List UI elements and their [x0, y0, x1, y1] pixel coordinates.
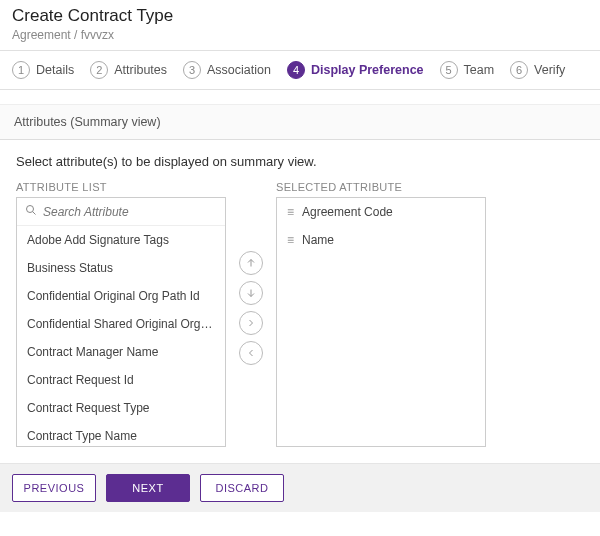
wizard-stepper: 1Details2Attributes3Association4Display …	[0, 50, 600, 90]
list-item[interactable]: Contract Manager Name	[17, 338, 225, 366]
list-item[interactable]: Confidential Original Org Path Id	[17, 282, 225, 310]
list-item[interactable]: Contract Request Type	[17, 394, 225, 422]
step-label: Verify	[534, 63, 565, 77]
step-number: 4	[287, 61, 305, 79]
list-item[interactable]: Confidential Shared Original Organ…	[17, 310, 225, 338]
selected-listbox: ≡Agreement Code≡Name	[276, 197, 486, 447]
breadcrumb: Agreement / fvvvzx	[12, 28, 588, 42]
drag-handle-icon[interactable]: ≡	[287, 206, 294, 218]
list-item-label: Agreement Code	[302, 205, 393, 219]
move-up-button[interactable]	[239, 251, 263, 275]
step-number: 3	[183, 61, 201, 79]
search-input[interactable]	[43, 205, 217, 219]
previous-button[interactable]: PREVIOUS	[12, 474, 96, 502]
step-details[interactable]: 1Details	[6, 59, 80, 81]
instruction-text: Select attribute(s) to be displayed on s…	[0, 140, 600, 181]
step-number: 1	[12, 61, 30, 79]
step-display-preference[interactable]: 4Display Preference	[281, 59, 430, 81]
page-title: Create Contract Type	[12, 6, 588, 26]
step-number: 5	[440, 61, 458, 79]
available-listbox: Adobe Add Signature TagsBusiness StatusC…	[16, 197, 226, 447]
wizard-footer: PREVIOUS NEXT DISCARD	[0, 463, 600, 512]
step-number: 6	[510, 61, 528, 79]
step-association[interactable]: 3Association	[177, 59, 277, 81]
list-item[interactable]: ≡Name	[277, 226, 485, 254]
list-item[interactable]: Contract Request Id	[17, 366, 225, 394]
section-heading: Attributes (Summary view)	[0, 104, 600, 140]
drag-handle-icon[interactable]: ≡	[287, 234, 294, 246]
step-label: Association	[207, 63, 271, 77]
step-number: 2	[90, 61, 108, 79]
list-item-label: Name	[302, 233, 334, 247]
list-item[interactable]: Business Status	[17, 254, 225, 282]
step-team[interactable]: 5Team	[434, 59, 501, 81]
list-item[interactable]: Contract Type Name	[17, 422, 225, 446]
discard-button[interactable]: DISCARD	[200, 474, 284, 502]
move-right-button[interactable]	[239, 311, 263, 335]
step-verify[interactable]: 6Verify	[504, 59, 571, 81]
step-attributes[interactable]: 2Attributes	[84, 59, 173, 81]
list-item[interactable]: ≡Agreement Code	[277, 198, 485, 226]
step-label: Team	[464, 63, 495, 77]
step-label: Attributes	[114, 63, 167, 77]
step-label: Details	[36, 63, 74, 77]
attribute-list-title: ATTRIBUTE LIST	[16, 181, 226, 193]
svg-line-1	[33, 212, 36, 215]
step-label: Display Preference	[311, 63, 424, 77]
list-item[interactable]: Adobe Add Signature Tags	[17, 226, 225, 254]
next-button[interactable]: NEXT	[106, 474, 190, 502]
svg-point-0	[27, 206, 34, 213]
search-icon	[25, 204, 37, 219]
move-down-button[interactable]	[239, 281, 263, 305]
move-left-button[interactable]	[239, 341, 263, 365]
selected-attribute-title: SELECTED ATTRIBUTE	[276, 181, 486, 193]
